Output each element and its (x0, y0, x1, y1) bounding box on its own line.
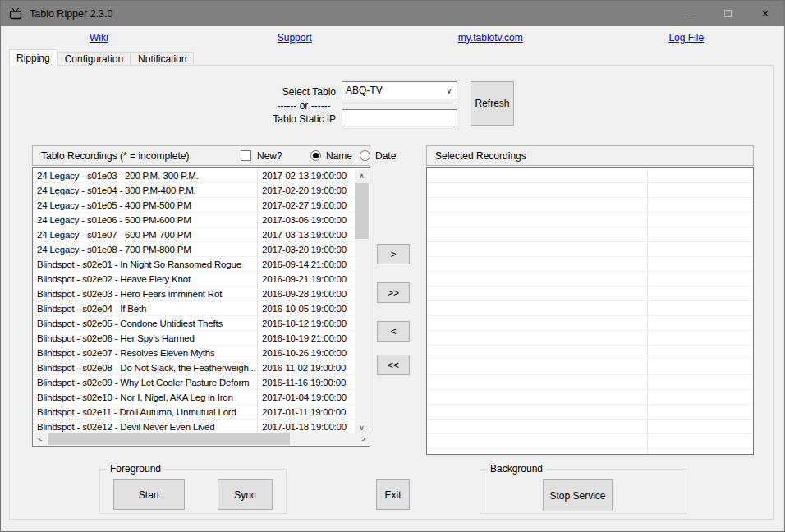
list-item[interactable]: Blindspot - s02e10 - Nor I, Nigel, AKA L… (34, 390, 356, 405)
exit-button[interactable]: Exit (376, 479, 410, 510)
tablo-select-dropdown[interactable]: ABQ-TV ∨ (342, 81, 457, 99)
recording-title: Blindspot - s02e05 - Condone Untidiest T… (34, 316, 258, 331)
stop-service-button[interactable]: Stop Service (543, 479, 613, 511)
recording-title: Blindspot - s02e02 - Heave Fiery Knot (34, 272, 258, 287)
list-item[interactable]: Blindspot - s02e03 - Hero Fears imminent… (34, 287, 356, 301)
horizontal-scrollbar[interactable]: < > (34, 433, 370, 445)
recording-date: 2017-03-13 19:00:00 (258, 227, 356, 242)
recording-date: 2017-03-06 19:00:00 (258, 213, 356, 227)
list-item[interactable]: Blindspot - s02e11 - Droll Autumn, Unmut… (34, 405, 356, 420)
window-title: Tablo Ripper 2.3.0 (30, 8, 112, 20)
sort-name-radio[interactable] (310, 150, 321, 161)
list-item[interactable]: Blindspot - s02e02 - Heave Fiery Knot201… (34, 272, 356, 287)
maximize-button (709, 1, 746, 26)
sort-name-label[interactable]: Name (326, 150, 352, 162)
scroll-right-icon[interactable]: > (357, 433, 370, 445)
recording-title: 24 Legacy - s01e08 - 700 PM-800 PM (34, 242, 258, 257)
horizontal-scroll-thumb[interactable] (48, 433, 290, 445)
close-button[interactable]: × (746, 1, 784, 26)
sort-date-radio[interactable] (360, 150, 370, 161)
recording-title: 24 Legacy - s01e04 - 300 P.M-400 P.M. (34, 183, 258, 198)
recording-date: 2017-02-27 19:00:00 (258, 198, 356, 213)
new-checkbox-label[interactable]: New? (257, 150, 282, 162)
recording-date: 2016-10-05 19:00:00 (258, 301, 356, 316)
recording-date: 2017-02-13 19:00:00 (258, 168, 356, 183)
tablotv-link[interactable]: my.tablotv.com (458, 32, 523, 44)
remove-selected-button[interactable]: < (377, 321, 410, 342)
close-icon: × (761, 7, 769, 21)
selected-header-label: Selected Recordings (435, 150, 526, 162)
tablo-select-value: ABQ-TV (342, 85, 442, 96)
recordings-rows: 24 Legacy - s01e03 - 200 P.M.-300 P.M.20… (34, 168, 356, 435)
or-separator-label: ------ or ------ (272, 100, 336, 112)
selected-column-divider (647, 168, 648, 454)
tab-notification[interactable]: Notification (131, 52, 194, 66)
vertical-scroll-thumb[interactable] (355, 183, 369, 239)
recording-title: Blindspot - s02e10 - Nor I, Nigel, AKA L… (34, 390, 258, 405)
sync-button[interactable]: Sync (218, 479, 273, 510)
add-all-button[interactable]: >> (377, 282, 410, 303)
tab-strip: Ripping Configuration Notification (9, 50, 194, 66)
list-item[interactable]: Blindspot - s02e05 - Condone Untidiest T… (34, 316, 356, 331)
tv-icon (9, 7, 22, 20)
list-item[interactable]: Blindspot - s02e07 - Resolves Eleven Myt… (34, 346, 356, 360)
minimize-button[interactable] (671, 1, 709, 26)
list-item[interactable]: Blindspot - s02e09 - Why Let Cooler Past… (34, 375, 356, 390)
select-tablo-label: Select Tablo (206, 86, 336, 98)
list-item[interactable]: 24 Legacy - s01e07 - 600 PM-700 PM2017-0… (34, 227, 356, 242)
recording-date: 2016-09-28 19:00:00 (258, 287, 356, 301)
list-item[interactable]: 24 Legacy - s01e08 - 700 PM-800 PM2017-0… (34, 242, 356, 257)
tab-ripping[interactable]: Ripping (9, 49, 57, 66)
recording-title: Blindspot - s02e01 - In Night So Ransome… (34, 257, 258, 272)
recording-title: 24 Legacy - s01e06 - 500 PM-600 PM (34, 213, 258, 227)
list-item[interactable]: 24 Legacy - s01e05 - 400 PM-500 PM2017-0… (34, 198, 356, 213)
recording-title: Blindspot - s02e03 - Hero Fears imminent… (34, 287, 258, 301)
list-item[interactable]: Blindspot - s02e08 - Do Not Slack, the F… (34, 360, 356, 375)
scroll-up-icon[interactable]: ∧ (355, 169, 369, 182)
list-item[interactable]: Blindspot - s02e06 - Her Spy's Harmed201… (34, 331, 356, 346)
recording-date: 2016-10-19 21:00:00 (258, 331, 356, 346)
sort-date-label[interactable]: Date (375, 150, 396, 162)
recording-date: 2017-01-11 19:00:00 (258, 405, 356, 420)
recordings-header-label: Tablo Recordings (* = incomplete) (41, 150, 189, 162)
minimize-icon (686, 16, 694, 16)
selected-recordings-list (426, 167, 754, 455)
add-selected-button[interactable]: > (377, 244, 410, 264)
recording-date: 2016-10-12 19:00:00 (258, 316, 356, 331)
recording-date: 2017-02-20 19:00:00 (258, 183, 356, 198)
chevron-down-icon: ∨ (442, 86, 457, 95)
background-group-label: Background (487, 463, 546, 475)
list-item[interactable]: 24 Legacy - s01e06 - 500 PM-600 PM2017-0… (34, 213, 356, 227)
recording-title: Blindspot - s02e07 - Resolves Eleven Myt… (34, 346, 258, 360)
list-item[interactable]: Blindspot - s02e01 - In Night So Ransome… (34, 257, 356, 272)
foreground-group-label: Foreground (107, 463, 164, 475)
window-controls: × (671, 1, 784, 26)
maximize-icon (724, 10, 732, 17)
support-link[interactable]: Support (278, 32, 312, 44)
recording-title: Blindspot - s02e11 - Droll Autumn, Unmut… (34, 405, 258, 420)
recording-title: Blindspot - s02e09 - Why Let Cooler Past… (34, 375, 258, 390)
logfile-link[interactable]: Log File (668, 32, 704, 44)
recording-date: 2016-10-26 19:00:00 (258, 346, 356, 360)
scroll-left-icon[interactable]: < (34, 433, 47, 445)
recording-date: 2016-09-21 19:00:00 (258, 272, 356, 287)
vertical-scrollbar[interactable]: ∧ ∨ (355, 169, 369, 434)
recording-title: Blindspot - s02e06 - Her Spy's Harmed (34, 331, 258, 346)
app-window: Tablo Ripper 2.3.0 × Wiki Support my.tab… (0, 0, 785, 532)
tab-configuration[interactable]: Configuration (57, 52, 131, 66)
list-item[interactable]: Blindspot - s02e04 - If Beth2016-10-05 1… (34, 301, 356, 316)
new-checkbox[interactable] (241, 150, 251, 161)
recording-date: 2017-01-18 19:00:00 (258, 420, 356, 434)
recording-date: 2016-11-16 19:00:00 (258, 375, 356, 390)
list-item[interactable]: 24 Legacy - s01e03 - 200 P.M.-300 P.M.20… (34, 168, 356, 183)
refresh-button[interactable]: Refresh (471, 81, 514, 126)
list-item[interactable]: 24 Legacy - s01e04 - 300 P.M-400 P.M.201… (34, 183, 356, 198)
start-button[interactable]: Start (113, 479, 185, 510)
static-ip-input[interactable] (342, 109, 457, 126)
recordings-list: 24 Legacy - s01e03 - 200 P.M.-300 P.M.20… (32, 167, 370, 447)
recording-date: 2016-11-02 19:00:00 (258, 360, 356, 375)
selected-header-box: Selected Recordings (426, 145, 754, 166)
recording-title: 24 Legacy - s01e03 - 200 P.M.-300 P.M. (34, 168, 258, 183)
remove-all-button[interactable]: << (377, 355, 410, 375)
wiki-link[interactable]: Wiki (90, 32, 108, 44)
